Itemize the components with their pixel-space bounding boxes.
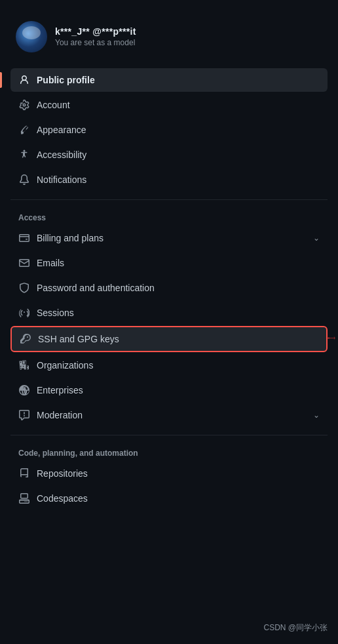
- chevron-down-icon: ⌄: [313, 233, 320, 243]
- sidebar-item-sessions[interactable]: Sessions: [10, 301, 328, 325]
- sidebar-item-password[interactable]: Password and authentication: [10, 276, 328, 300]
- user-header: k***_J** @***p***it You are set as a mod…: [10, 13, 328, 68]
- ssh-keys-wrapper: SSH and GPG keys: [10, 326, 328, 352]
- sidebar-item-notifications[interactable]: Notifications: [10, 168, 328, 191]
- moderation-icon: [18, 409, 30, 421]
- sidebar-item-label: SSH and GPG keys: [38, 334, 318, 344]
- broadcast-icon: [18, 307, 30, 319]
- sidebar-item-emails[interactable]: Emails: [10, 251, 328, 275]
- sidebar-item-billing[interactable]: Billing and plans ⌄: [10, 226, 328, 250]
- brush-icon: [18, 124, 30, 136]
- sidebar-item-label: Notifications: [37, 174, 320, 185]
- org-icon: [18, 359, 30, 371]
- sidebar-item-enterprises[interactable]: Enterprises: [10, 378, 328, 402]
- chevron-down-icon: ⌄: [313, 411, 320, 420]
- sidebar-item-label: Appearance: [37, 125, 320, 135]
- settings-sidebar: k***_J** @***p***it You are set as a mod…: [0, 0, 338, 525]
- user-subtitle: You are set as a model: [55, 38, 136, 47]
- person-icon: [18, 74, 30, 86]
- access-section-heading: Access: [10, 208, 328, 226]
- nav-divider: [10, 199, 328, 200]
- sidebar-item-label: Repositories: [37, 468, 320, 479]
- mail-icon: [18, 257, 30, 269]
- sidebar-item-moderation[interactable]: Moderation ⌄: [10, 403, 328, 427]
- sidebar-item-repositories[interactable]: Repositories: [10, 462, 328, 485]
- sidebar-item-label: Emails: [37, 258, 320, 268]
- sidebar-item-label: Password and authentication: [37, 283, 320, 293]
- accessibility-icon: [18, 149, 30, 161]
- watermark: CSDN @同学小张: [263, 622, 328, 634]
- sidebar-item-account[interactable]: Account: [10, 93, 328, 117]
- sidebar-item-label: Billing and plans: [37, 233, 307, 243]
- globe-icon: [18, 384, 30, 396]
- sidebar-item-label: Codespaces: [37, 493, 320, 504]
- sidebar-item-appearance[interactable]: Appearance: [10, 118, 328, 142]
- sidebar-item-label: Moderation: [37, 410, 307, 420]
- sidebar-item-public-profile[interactable]: Public profile: [10, 68, 328, 92]
- sidebar-item-label: Account: [37, 100, 320, 110]
- bell-icon: [18, 174, 30, 186]
- credit-card-icon: [18, 232, 30, 244]
- gear-icon: [18, 99, 30, 111]
- sidebar-item-label: Public profile: [37, 75, 320, 85]
- user-info: k***_J** @***p***it You are set as a mod…: [55, 26, 136, 47]
- sidebar-item-codespaces[interactable]: Codespaces: [10, 487, 328, 510]
- nav-divider-2: [10, 435, 328, 435]
- user-name: k***_J** @***p***it: [55, 26, 136, 37]
- sidebar-item-label: Sessions: [37, 308, 320, 318]
- svg-marker-0: [328, 337, 329, 338]
- code-section-heading: Code, planning, and automation: [10, 443, 328, 462]
- repo-icon: [18, 468, 30, 479]
- sidebar-item-label: Accessibility: [37, 150, 320, 160]
- sidebar-item-organizations[interactable]: Organizations: [10, 353, 328, 377]
- shield-icon: [18, 282, 30, 294]
- avatar: [16, 21, 47, 52]
- sidebar-item-label: Enterprises: [37, 385, 320, 395]
- sidebar-item-accessibility[interactable]: Accessibility: [10, 143, 328, 167]
- sidebar-item-ssh-keys[interactable]: SSH and GPG keys: [10, 326, 328, 352]
- sidebar-item-label: Organizations: [37, 360, 320, 371]
- key-icon: [20, 333, 31, 345]
- codespaces-icon: [18, 493, 30, 504]
